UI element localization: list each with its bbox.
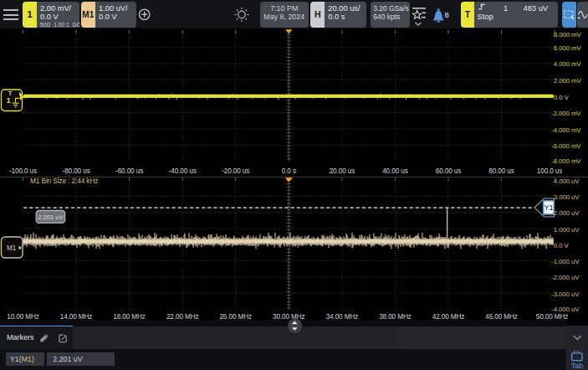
svg-text:34.00 MHz: 34.00 MHz xyxy=(326,313,359,321)
svg-text:-40.00 us: -40.00 us xyxy=(169,167,197,175)
svg-text:100.0 us: 100.0 us xyxy=(537,167,562,175)
svg-text:-4.000 uV: -4.000 uV xyxy=(551,306,580,313)
svg-text:4.000 uV: 4.000 uV xyxy=(554,177,580,185)
svg-text:6.000 mV: 6.000 mV xyxy=(554,44,582,52)
svg-text:-1.000 uV: -1.000 uV xyxy=(551,258,580,265)
svg-text:-8.000 mV: -8.000 mV xyxy=(551,157,581,165)
svg-text:60.00 us: 60.00 us xyxy=(436,167,461,175)
svg-text:42.00 MHz: 42.00 MHz xyxy=(432,313,465,321)
svg-text:-3.000 uV: -3.000 uV xyxy=(551,290,580,298)
svg-text:1: 1 xyxy=(7,95,12,105)
svg-text:80.00 us: 80.00 us xyxy=(488,167,514,175)
svg-text:10.00 MHz: 10.00 MHz xyxy=(7,313,39,321)
svg-text:-2.000 uV: -2.000 uV xyxy=(551,274,580,281)
svg-text:46.00 MHz: 46.00 MHz xyxy=(485,313,518,321)
svg-text:-20.00 us: -20.00 us xyxy=(222,167,249,175)
svg-text:40.00 us: 40.00 us xyxy=(382,167,407,175)
svg-text:22.00 MHz: 22.00 MHz xyxy=(166,313,199,321)
svg-text:4.000 mV: 4.000 mV xyxy=(554,60,582,68)
svg-text:2.000 uV: 2.000 uV xyxy=(554,209,580,217)
svg-text:30.00 MHz: 30.00 MHz xyxy=(273,313,305,321)
svg-text:3.000 uV: 3.000 uV xyxy=(554,193,580,201)
svg-text:-4.000 mV: -4.000 mV xyxy=(551,126,581,134)
svg-text:0.0 s: 0.0 s xyxy=(282,167,296,175)
svg-text:M1 Bin Size : 2.44 kHz: M1 Bin Size : 2.44 kHz xyxy=(30,177,98,185)
svg-text:2.201 uV: 2.201 uV xyxy=(38,213,64,221)
svg-text:-2.000 mV: -2.000 mV xyxy=(551,110,581,117)
svg-text:8.000 mV: 8.000 mV xyxy=(554,31,582,39)
svg-text:20.00 us: 20.00 us xyxy=(330,167,355,175)
svg-text:-80.00 us: -80.00 us xyxy=(63,167,90,175)
svg-text:-100.0 us: -100.0 us xyxy=(9,167,37,175)
svg-text:-60.00 us: -60.00 us xyxy=(115,167,143,175)
svg-text:1.000 uV: 1.000 uV xyxy=(554,226,580,234)
svg-text:18.00 MHz: 18.00 MHz xyxy=(113,313,146,321)
svg-text:0.0 V: 0.0 V xyxy=(554,242,570,249)
svg-text:14.00 MHz: 14.00 MHz xyxy=(60,313,93,321)
svg-text:2.000 mV: 2.000 mV xyxy=(554,77,582,85)
svg-text:0.0 V: 0.0 V xyxy=(554,94,570,101)
svg-text:Y1: Y1 xyxy=(545,203,554,212)
svg-text:M1: M1 xyxy=(7,244,17,252)
svg-text:50.00 MHz: 50.00 MHz xyxy=(536,313,569,321)
svg-text:38.00 MHz: 38.00 MHz xyxy=(379,313,412,321)
svg-text:26.00 MHz: 26.00 MHz xyxy=(219,313,252,321)
svg-text:-6.000 mV: -6.000 mV xyxy=(551,142,581,150)
